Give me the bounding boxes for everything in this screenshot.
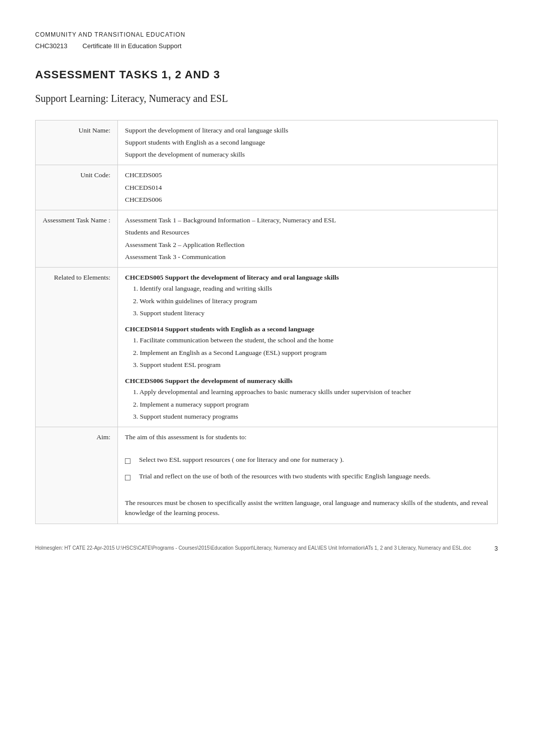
elements-value: CHCEDS005 Support the development of lit… bbox=[117, 268, 497, 427]
sub-heading: Support Learning: Literacy, Numeracy and… bbox=[35, 91, 498, 106]
aim-bullet-2: □ Trial and reflect on the use of both o… bbox=[125, 471, 490, 484]
course-title: Certificate III in Education Support bbox=[82, 41, 181, 51]
unit-name-value: Support the development of literacy and … bbox=[117, 120, 497, 165]
table-row-aim: Aim: The aim of this assessment is for s… bbox=[36, 427, 498, 524]
task-name-label: Assessment Task Name : bbox=[36, 210, 118, 268]
table-row-unit-name: Unit Name: Support the development of li… bbox=[36, 120, 498, 165]
aim-label: Aim: bbox=[36, 427, 118, 524]
table-row-task-name: Assessment Task Name : Assessment Task 1… bbox=[36, 210, 498, 268]
aim-bullet-1: □ Select two ESL support resources ( one… bbox=[125, 455, 490, 467]
course-code: CHC30213 bbox=[35, 41, 67, 51]
info-table: Unit Name: Support the development of li… bbox=[35, 120, 498, 524]
footer: Holmesglen: HT CATE 22-Apr-2015 U:\HSCS\… bbox=[35, 544, 498, 553]
elements-block-2: CHCEDS014 Support students with English … bbox=[125, 324, 490, 370]
table-row-elements: Related to Elements: CHCEDS005 Support t… bbox=[36, 268, 498, 427]
task-name-value: Assessment Task 1 – Background Informati… bbox=[117, 210, 497, 268]
elements-block-1: CHCEDS005 Support the development of lit… bbox=[125, 273, 490, 318]
org-name: COMMUNITY AND TRANSITIONAL EDUCATION bbox=[35, 30, 498, 39]
bullet-icon-1: □ bbox=[125, 455, 134, 467]
aim-footer: The resources must be chosen to specific… bbox=[125, 498, 490, 519]
table-row-unit-code: Unit Code: CHCEDS005 CHCEDS014 CHCEDS006 bbox=[36, 165, 498, 210]
bullet-icon-2: □ bbox=[125, 471, 134, 484]
unit-name-label: Unit Name: bbox=[36, 120, 118, 165]
unit-code-label: Unit Code: bbox=[36, 165, 118, 210]
footer-page: 3 bbox=[494, 544, 498, 553]
footer-path: Holmesglen: HT CATE 22-Apr-2015 U:\HSCS\… bbox=[35, 544, 471, 553]
aim-value: The aim of this assessment is for studen… bbox=[117, 427, 497, 524]
elements-block-3: CHCEDS006 Support the development of num… bbox=[125, 376, 490, 422]
assessment-heading: ASSESSMENT TASKS 1, 2 AND 3 bbox=[35, 66, 498, 83]
elements-label: Related to Elements: bbox=[36, 268, 118, 427]
aim-intro: The aim of this assessment is for studen… bbox=[125, 432, 490, 442]
unit-code-value: CHCEDS005 CHCEDS014 CHCEDS006 bbox=[117, 165, 497, 210]
